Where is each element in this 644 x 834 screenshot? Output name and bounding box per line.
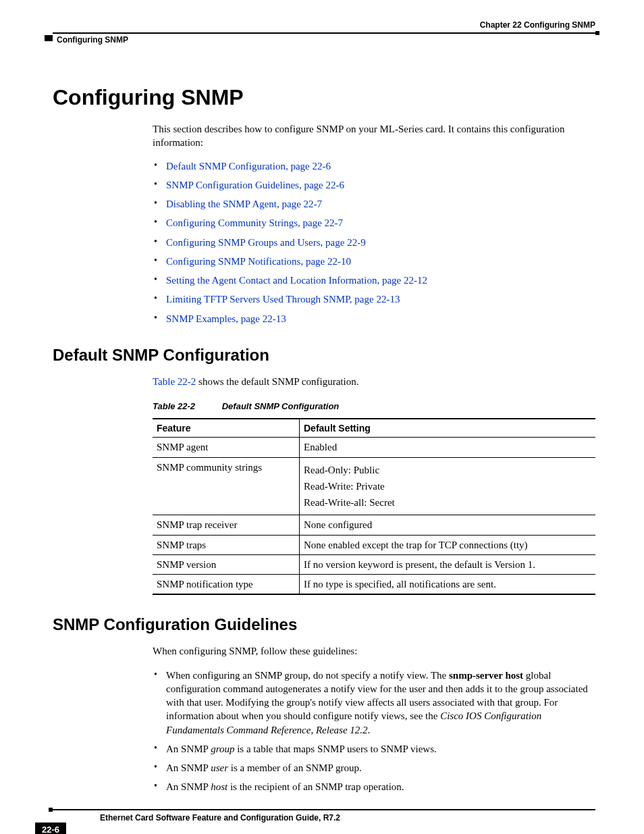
header-rule bbox=[53, 32, 595, 34]
toc-link[interactable]: Limiting TFTP Servers Used Through SNMP,… bbox=[166, 294, 400, 305]
th-setting: Default Setting bbox=[300, 419, 596, 438]
default-config-table: Feature Default Setting SNMP agent Enabl… bbox=[153, 418, 595, 596]
page-footer: Ethernet Card Software Feature and Confi… bbox=[53, 809, 595, 823]
cell-feature: SNMP notification type bbox=[153, 575, 300, 595]
table-row: SNMP version If no version keyword is pr… bbox=[153, 554, 595, 574]
table-number: Table 22-2 bbox=[153, 401, 195, 411]
page-number: 22-6 bbox=[35, 823, 66, 834]
cell-setting: Enabled bbox=[300, 438, 596, 457]
chapter-label: Chapter 22 Configuring SNMP bbox=[480, 20, 595, 30]
table-row: SNMP community strings Read-Only: Public… bbox=[153, 457, 595, 515]
section-heading-guidelines: SNMP Configuration Guidelines bbox=[53, 615, 595, 634]
table-row: SNMP notification type If no type is spe… bbox=[153, 575, 595, 595]
cell-feature: SNMP community strings bbox=[153, 457, 300, 515]
toc-link[interactable]: Configuring Community Strings, page 22-7 bbox=[166, 217, 343, 228]
guidelines-lead: When configuring SNMP, follow these guid… bbox=[153, 644, 595, 658]
cell-feature: SNMP version bbox=[153, 554, 300, 574]
chapter-header: Chapter 22 Configuring SNMP bbox=[53, 20, 595, 30]
cell-feature: SNMP traps bbox=[153, 535, 300, 554]
toc-link[interactable]: Setting the Agent Contact and Location I… bbox=[166, 275, 427, 286]
section-heading-default: Default SNMP Configuration bbox=[53, 346, 595, 365]
toc-link[interactable]: Disabling the SNMP Agent, page 22-7 bbox=[166, 199, 322, 209]
cmd-name: snmp-server host bbox=[449, 670, 523, 681]
page-title: Configuring SNMP bbox=[53, 85, 595, 110]
toc-link[interactable]: SNMP Examples, page 22-13 bbox=[166, 313, 286, 324]
toc-link[interactable]: SNMP Configuration Guidelines, page 22-6 bbox=[166, 180, 344, 190]
toc-link[interactable]: Default SNMP Configuration, page 22-6 bbox=[166, 161, 331, 172]
intro-paragraph: This section describes how to configure … bbox=[153, 122, 595, 150]
table-row: SNMP trap receiver None configured bbox=[153, 515, 595, 535]
cell-feature: SNMP trap receiver bbox=[153, 515, 300, 535]
toc-link[interactable]: Configuring SNMP Notifications, page 22-… bbox=[166, 256, 351, 267]
guidelines-list: When configuring an SNMP group, do not s… bbox=[153, 669, 595, 794]
book-title: Ethernet Card Software Feature and Confi… bbox=[100, 813, 595, 823]
section-header: Configuring SNMP bbox=[57, 35, 595, 45]
list-item: An SNMP host is the recipient of an SNMP… bbox=[153, 780, 595, 793]
list-item: An SNMP group is a table that maps SNMP … bbox=[153, 742, 595, 756]
list-item: When configuring an SNMP group, do not s… bbox=[153, 669, 595, 737]
cell-setting: None enabled except the trap for TCP con… bbox=[300, 535, 596, 554]
cell-setting: If no version keyword is present, the de… bbox=[300, 554, 596, 574]
table-caption: Table 22-2 Default SNMP Configuration bbox=[153, 400, 595, 413]
table-lead: Table 22-2 shows the default SNMP config… bbox=[153, 375, 595, 388]
cell-setting: Read-Only: Public Read-Write: Private Re… bbox=[300, 457, 596, 515]
cell-setting: None configured bbox=[300, 515, 596, 535]
section-label: Configuring SNMP bbox=[57, 35, 128, 45]
table-row: SNMP agent Enabled bbox=[153, 438, 595, 457]
table-row: SNMP traps None enabled except the trap … bbox=[153, 535, 595, 554]
table-ref-link[interactable]: Table 22-2 bbox=[153, 376, 196, 387]
toc-list: Default SNMP Configuration, page 22-6 SN… bbox=[153, 159, 595, 325]
th-feature: Feature bbox=[153, 419, 300, 438]
cell-feature: SNMP agent bbox=[153, 438, 300, 457]
cell-setting: If no type is specified, all notificatio… bbox=[300, 575, 596, 595]
toc-link[interactable]: Configuring SNMP Groups and Users, page … bbox=[166, 237, 366, 248]
table-title: Default SNMP Configuration bbox=[222, 401, 340, 411]
list-item: An SNMP user is a member of an SNMP grou… bbox=[153, 761, 595, 775]
